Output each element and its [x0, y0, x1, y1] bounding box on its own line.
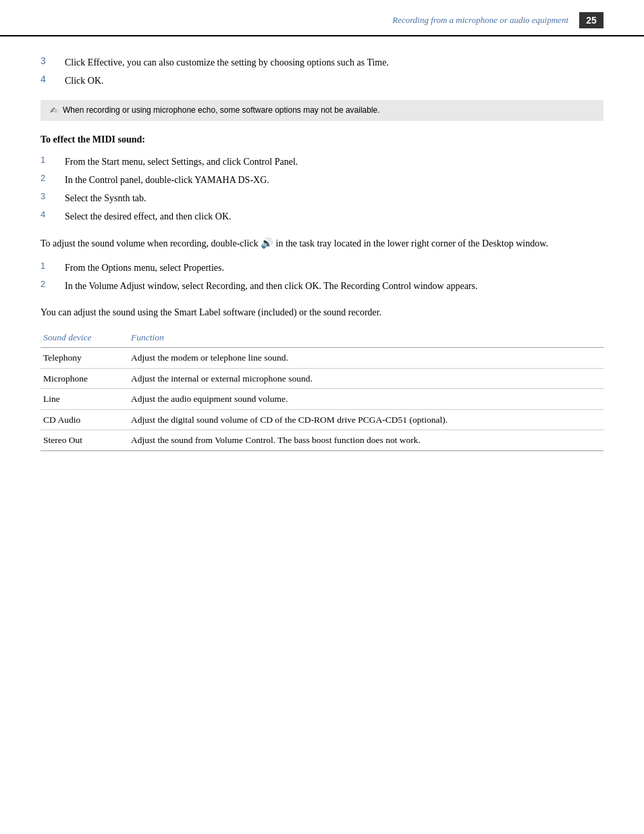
volume-step-number-2: 2 [41, 279, 65, 289]
paragraph-double-click: To adjust the sound volume when recordin… [41, 236, 603, 251]
midi-step-text-1: From the Start menu, select Settings, an… [65, 155, 603, 169]
midi-step-text-2: In the Control panel, double-click YAMAH… [65, 173, 603, 187]
volume-steps: 1 From the Options menu, select Properti… [41, 261, 603, 293]
table-header-function: Function [128, 330, 603, 348]
midi-steps: 1 From the Start menu, select Settings, … [41, 155, 603, 224]
midi-step-text-4: Select the desired effect, and then clic… [65, 209, 603, 224]
midi-step-number-1: 1 [41, 155, 65, 165]
page-number: 25 [579, 12, 603, 28]
midi-step-3: 3 Select the Sysnth tab. [41, 191, 603, 205]
step-text-3-top: Click Effective, you can also customize … [65, 55, 603, 70]
table-row: TelephonyAdjust the modem or telephone l… [41, 347, 603, 368]
midi-step-number-3: 3 [41, 191, 65, 201]
table-row: MicrophoneAdjust the internal or externa… [41, 368, 603, 389]
top-steps: 3 Click Effective, you can also customiz… [41, 55, 603, 88]
header-title: Recording from a microphone or audio equ… [41, 15, 579, 26]
note-box: ✍︎ When recording or using microphone ec… [41, 100, 603, 121]
table-row: Stereo OutAdjust the sound from Volume C… [41, 430, 603, 451]
table-cell-function: Adjust the sound from Volume Control. Th… [128, 430, 603, 451]
page-content: 3 Click Effective, you can also customiz… [0, 55, 644, 478]
midi-step-4: 4 Select the desired effect, and then cl… [41, 209, 603, 224]
volume-step-2: 2 In the Volume Adjust window, select Re… [41, 279, 603, 293]
speaker-icon: 🔊 [261, 236, 273, 251]
table-cell-function: Adjust the digital sound volume of CD of… [128, 409, 603, 430]
paragraph-smart-label: You can adjust the sound using the Smart… [41, 305, 603, 320]
table-header-row: Sound device Function [41, 330, 603, 348]
page: Recording from a microphone or audio equ… [0, 0, 644, 834]
table-cell-device: CD Audio [41, 409, 128, 430]
volume-step-number-1: 1 [41, 261, 65, 271]
table-cell-device: Stereo Out [41, 430, 128, 451]
table-cell-device: Line [41, 389, 128, 410]
midi-step-2: 2 In the Control panel, double-click YAM… [41, 173, 603, 187]
midi-step-1: 1 From the Start menu, select Settings, … [41, 155, 603, 169]
page-header: Recording from a microphone or audio equ… [0, 0, 644, 36]
volume-step-1: 1 From the Options menu, select Properti… [41, 261, 603, 275]
table-header-device: Sound device [41, 330, 128, 348]
table-cell-function: Adjust the modem or telephone line sound… [128, 347, 603, 368]
volume-step-text-1: From the Options menu, select Properties… [65, 261, 603, 275]
volume-step-text-2: In the Volume Adjust window, select Reco… [65, 279, 603, 293]
table-cell-function: Adjust the audio equipment sound volume. [128, 389, 603, 410]
note-text: When recording or using microphone echo,… [63, 105, 380, 116]
step-3-top: 3 Click Effective, you can also customiz… [41, 55, 603, 70]
table-cell-device: Telephony [41, 347, 128, 368]
step-4-top: 4 Click OK. [41, 74, 603, 88]
table-row: CD AudioAdjust the digital sound volume … [41, 409, 603, 430]
midi-step-number-2: 2 [41, 173, 65, 183]
sound-device-table: Sound device Function TelephonyAdjust th… [41, 330, 603, 451]
table-cell-device: Microphone [41, 368, 128, 389]
step-number-4-top: 4 [41, 74, 65, 84]
midi-step-number-4: 4 [41, 209, 65, 219]
step-text-4-top: Click OK. [65, 74, 603, 88]
table-row: LineAdjust the audio equipment sound vol… [41, 389, 603, 410]
midi-section-heading: To effect the MIDI sound: [41, 134, 603, 145]
table-cell-function: Adjust the internal or external micropho… [128, 368, 603, 389]
midi-step-text-3: Select the Sysnth tab. [65, 191, 603, 205]
step-number-3-top: 3 [41, 55, 65, 66]
note-icon: ✍︎ [50, 105, 57, 116]
